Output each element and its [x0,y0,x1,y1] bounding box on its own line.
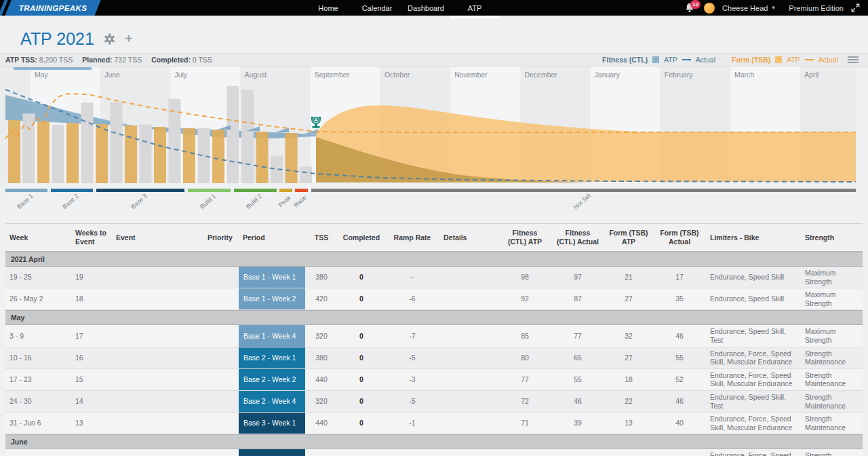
weekly-tss-bar[interactable] [81,102,94,183]
column-header-details[interactable]: Details [439,231,498,244]
cell-ctl_atp: 71 [498,417,551,430]
column-header-strength[interactable]: Strength [801,231,863,244]
column-header-event[interactable]: Event [112,231,203,244]
weekly-tss-bar[interactable] [140,125,152,183]
weekly-tss-bar[interactable] [52,125,64,183]
column-header-tss[interactable]: TSS [305,231,338,244]
weekly-tss-bar[interactable] [111,102,123,183]
legend-fitness-actual-swatch[interactable] [682,59,691,60]
period-bar[interactable] [295,189,308,192]
add-atp-button[interactable]: + [125,31,133,47]
cell-tss: 440 [305,373,338,386]
period-bar[interactable] [234,189,277,192]
user-menu[interactable]: Cheese Head ▼ [722,4,776,12]
stats-bar: ATP TSS: 8,200 TSSPlanned: 732 TSSComple… [0,53,868,66]
table-row[interactable]: 3 - 917Base 1 - Week 43200-785773246Endu… [5,325,863,347]
cell-ctl_atp: 80 [498,352,551,364]
weekly-tss-bar[interactable] [241,90,254,183]
period-badge[interactable]: Base 2 - Week 2 [239,369,305,390]
nav-item-atp[interactable]: ATP [450,0,499,16]
weekly-tss-bar[interactable] [227,86,239,183]
period-bar[interactable] [51,189,93,192]
cell-tss: 440 [305,417,338,430]
table-row[interactable]: 24 - 3014Base 2 - Week 43200-572462246En… [5,391,863,413]
weekly-tss-bar[interactable] [198,128,210,183]
column-header-tsb_actual[interactable]: Form (TSB) Actual [653,227,706,248]
weekly-tss-bar[interactable] [300,167,312,183]
notification-count-badge[interactable]: 12 [690,0,701,9]
trainingpeaks-logo[interactable]: TRAININGPEAKS [0,0,102,16]
tsb-atp-column [37,121,50,183]
top-navbar: TRAININGPEAKS HomeCalendarDashboardATP 1… [0,0,868,16]
table-row[interactable]: 31 - Jun 613Base 3 - Week 14400-17139134… [5,413,863,434]
legend-form-actual-label[interactable]: Actual [818,56,838,64]
period-badge[interactable]: Base 1 - Week 2 [239,288,305,309]
notifications-button[interactable]: 12 [684,2,696,14]
period-badge[interactable]: Base 1 - Week 4 [239,325,305,346]
chart-menu-button[interactable] [848,56,859,63]
cell-strength: Maximum Strength [801,325,863,346]
column-header-weeks_to_event[interactable]: Weeks to Event [71,227,112,248]
table-row[interactable]: 19 - 2519Base 1 - Week 13800--98972117En… [5,267,863,288]
period-bar[interactable] [279,189,292,192]
period-bar[interactable] [311,189,856,192]
cell-priority [203,276,239,280]
period-bar[interactable] [5,189,47,192]
cell-week: 7 - 13 [5,454,71,456]
atp-stats: ATP TSS: 8,200 TSSPlanned: 732 TSSComple… [5,56,222,64]
page-title: ATP 2021 [20,29,94,49]
cell-strength: Strength Maintenance [801,449,863,456]
cell-event [112,276,203,280]
period-badge[interactable]: Base 3 - Week 2 [239,449,305,456]
race-event-marker[interactable]: A [311,117,321,128]
chart-range-indicator[interactable] [14,67,92,70]
table-row[interactable]: 17 - 2315Base 2 - Week 24400-377551852En… [5,369,863,391]
atp-chart[interactable]: MayJuneJulyAugustSeptemberOctoberNovembe… [0,66,868,222]
legend-form-actual-swatch[interactable] [805,59,814,60]
legend-form-atp-label[interactable]: ATP [787,56,800,64]
month-group-row: June [5,434,863,449]
expand-icon[interactable] [851,3,860,12]
tsb-atp-column [285,133,298,183]
table-row[interactable]: 26 - May 218Base 1 - Week 24200-69287273… [5,288,863,310]
cell-ramp_rate: -1 [385,417,439,430]
table-row[interactable]: 10 - 1616Base 2 - Week 13800-580652755En… [5,347,863,369]
column-header-ctl_actual[interactable]: Fitness (CTL) Actual [551,227,604,248]
column-header-tsb_atp[interactable]: Form (TSB) ATP [604,227,653,248]
cell-ramp_rate: -5 [385,352,439,364]
nav-item-dashboard[interactable]: Dashboard [401,0,450,16]
atp-settings-button[interactable] [104,33,115,45]
cell-tsb_actual: 40 [653,417,706,430]
tsb-atp-column [66,123,79,183]
legend-form-atp-swatch[interactable] [775,56,782,63]
table-row[interactable]: 7 - 1312Base 3 - Week 2500007133534Endur… [5,449,863,456]
user-avatar[interactable] [704,3,715,14]
column-header-ctl_atp[interactable]: Fitness (CTL) ATP [498,227,551,248]
cell-week: 10 - 16 [5,352,71,364]
period-badge[interactable]: Base 1 - Week 1 [239,267,305,288]
tsb-atp-column [183,128,195,183]
cell-tsb_actual: 17 [653,271,706,284]
period-bar[interactable] [188,189,231,192]
period-badge[interactable]: Base 3 - Week 1 [239,413,305,434]
column-header-priority[interactable]: Priority [203,231,239,244]
cell-completed: 0 [338,271,385,284]
page-header: ATP 2021 + [0,16,868,53]
period-bar[interactable] [96,189,184,192]
cell-period: Base 2 - Week 2 [239,369,305,390]
legend-fitness-actual-label[interactable]: Actual [696,56,715,64]
legend-fitness-title: Fitness (CTL) [602,56,648,64]
legend-fitness-atp-swatch[interactable] [652,56,659,63]
period-badge[interactable]: Base 2 - Week 1 [239,347,305,368]
cell-period: Base 3 - Week 1 [239,413,305,434]
legend-fitness-atp-label[interactable]: ATP [664,56,677,64]
column-header-completed[interactable]: Completed [338,231,385,244]
nav-item-calendar[interactable]: Calendar [353,0,401,16]
nav-item-home[interactable]: Home [304,0,353,16]
column-header-week[interactable]: Week [5,231,71,244]
column-header-ramp_rate[interactable]: Ramp Rate [385,231,439,244]
period-badge[interactable]: Base 2 - Week 4 [239,391,305,412]
column-header-limiters[interactable]: Limiters - Bike [706,231,801,244]
column-header-period[interactable]: Period [239,231,305,244]
cell-ctl_actual: 97 [551,271,604,284]
